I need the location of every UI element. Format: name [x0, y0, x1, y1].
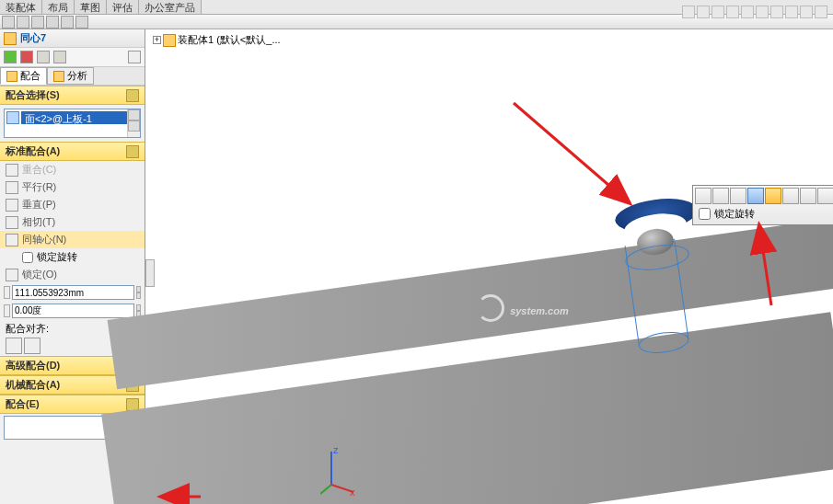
prev-view-icon[interactable]	[712, 6, 724, 18]
section-standard-mates[interactable]: 标准配合(A)	[0, 142, 145, 161]
zoom-area-icon[interactable]	[697, 6, 710, 18]
zoom-fit-icon[interactable]	[682, 6, 695, 18]
mate-lock[interactable]: 锁定(O)	[0, 266, 145, 283]
flyout-tree[interactable]: + 装配体1 (默认<默认_...	[153, 33, 281, 47]
mate-icon	[4, 32, 17, 45]
distance-spinner[interactable]	[136, 286, 141, 299]
render-icon[interactable]	[815, 6, 827, 18]
ctx-tangent-button[interactable]	[730, 188, 746, 204]
ctx-distance-button[interactable]	[782, 188, 799, 204]
collapse-icon[interactable]	[126, 145, 139, 158]
graphics-viewport[interactable]: + 装配体1 (默认<默认_...	[145, 29, 833, 504]
svg-text:x: x	[350, 487, 355, 497]
mate-perpendicular[interactable]: 垂直(P)	[0, 196, 145, 213]
toolbar-icon[interactable]	[46, 16, 59, 29]
svg-text:z: z	[333, 446, 339, 455]
align-opposed-button[interactable]	[24, 338, 40, 354]
coincident-icon	[6, 164, 18, 177]
tree-expand-icon[interactable]: +	[153, 36, 161, 44]
heads-up-toolbar	[682, 6, 827, 18]
scroll-down-icon[interactable]	[128, 120, 140, 132]
selection-item[interactable]: 面<2>@上板-1	[21, 111, 138, 124]
selection-list[interactable]: 面<2>@上板-1	[4, 109, 141, 138]
pin-button[interactable]	[128, 51, 141, 63]
toolbar-icon[interactable]	[61, 16, 74, 29]
feature-name: 同心7	[20, 31, 46, 45]
mate-concentric[interactable]: 同轴心(N)	[0, 231, 145, 248]
view-triad[interactable]: z x	[320, 446, 357, 497]
tab-sketch[interactable]: 草图	[75, 0, 107, 14]
tree-root-label[interactable]: 装配体1 (默认<默认_...	[178, 33, 281, 47]
ctx-lock-rotation-checkbox[interactable]	[699, 208, 711, 220]
angle-icon	[4, 304, 10, 317]
feature-title: 同心7	[0, 29, 145, 48]
ctx-lock-rotation-label: 锁定旋转	[714, 207, 755, 221]
tab-analysis[interactable]: 分析	[47, 67, 94, 85]
toolbar-icon[interactable]	[2, 16, 15, 29]
ctx-perpendicular-button[interactable]	[712, 188, 729, 204]
ctx-concentric-button[interactable]	[747, 188, 764, 204]
toolbar-icon[interactable]	[31, 16, 44, 29]
annotation-arrow	[514, 103, 629, 202]
display-style-icon[interactable]	[756, 6, 769, 18]
scene-icon[interactable]	[785, 6, 798, 18]
tab-layout[interactable]: 布局	[42, 0, 75, 14]
tab-evaluate[interactable]: 评估	[107, 0, 139, 14]
perpendicular-icon	[6, 199, 18, 212]
concentric-icon	[6, 234, 18, 246]
distance-row	[0, 283, 145, 302]
context-mate-toolbar: 锁定旋转	[692, 185, 833, 225]
cancel-button[interactable]	[20, 51, 33, 63]
ctx-coincident-button[interactable]	[695, 188, 712, 204]
hide-show-icon[interactable]	[770, 6, 783, 18]
section-mate-selection[interactable]: 配合选择(S)	[0, 86, 145, 105]
toolbar-icon[interactable]	[75, 16, 88, 29]
confirm-row	[0, 48, 145, 67]
ok-button[interactable]	[4, 51, 17, 63]
tab-assembly[interactable]: 装配体	[0, 0, 42, 14]
panel-expand-handle[interactable]	[145, 259, 155, 287]
tab-office[interactable]: 办公室产品	[139, 0, 202, 14]
model-hole-feature[interactable]	[615, 200, 698, 282]
ctx-angle-button[interactable]	[800, 188, 816, 204]
assembly-icon	[163, 34, 176, 47]
lock-rotation-row[interactable]: 锁定旋转	[0, 248, 145, 266]
mate-tabs: 配合 分析	[0, 67, 145, 86]
mate-coincident[interactable]: 重合(C)	[0, 161, 145, 178]
align-same-button[interactable]	[6, 338, 22, 354]
collapse-icon[interactable]	[126, 89, 139, 102]
view-setting-icon[interactable]	[800, 6, 813, 18]
tab-mate[interactable]: 配合	[0, 67, 47, 85]
scroll-up-icon[interactable]	[128, 109, 140, 120]
svg-line-2	[320, 485, 331, 494]
angle-input[interactable]	[12, 304, 134, 318]
parallel-icon	[6, 181, 18, 194]
tangent-icon	[6, 216, 18, 229]
mate-tab-icon	[6, 71, 17, 82]
undo-button[interactable]	[53, 51, 66, 63]
distance-icon	[4, 286, 10, 299]
ctx-align-same-button[interactable]	[817, 188, 833, 204]
toolbar-icon[interactable]	[17, 16, 29, 29]
view-orient-icon[interactable]	[741, 6, 754, 18]
mate-parallel[interactable]: 平行(R)	[0, 178, 145, 196]
section-view-icon[interactable]	[726, 6, 739, 18]
mate-tangent[interactable]: 相切(T)	[0, 213, 145, 231]
analysis-tab-icon	[53, 71, 64, 82]
distance-input[interactable]	[12, 285, 134, 300]
lock-icon	[6, 269, 18, 281]
ctx-lock-button[interactable]	[765, 188, 781, 204]
face-icon	[6, 111, 19, 124]
lock-rotation-checkbox[interactable]	[22, 252, 33, 263]
selection-scrollbar[interactable]	[127, 109, 140, 137]
preview-button[interactable]	[37, 51, 50, 63]
